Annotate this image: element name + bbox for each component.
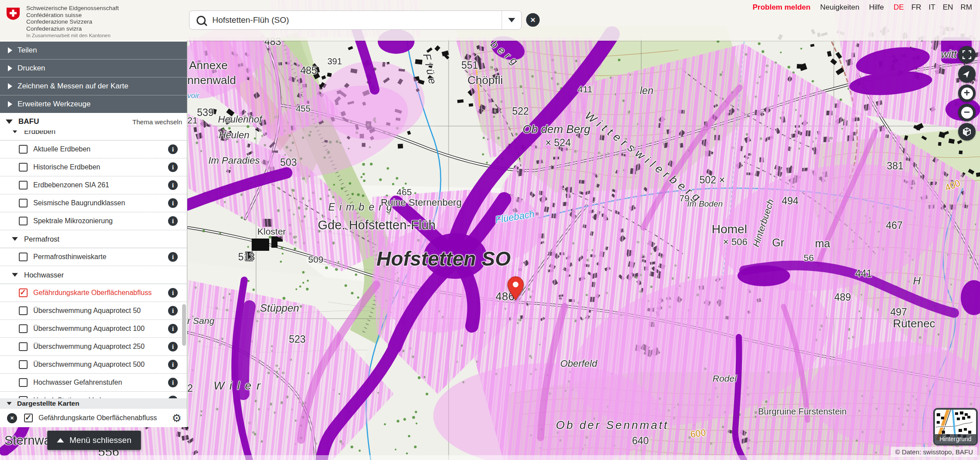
layer-label[interactable]: Seismische Baugrundklassen — [33, 199, 125, 207]
layer-label[interactable]: Gefährdungskarte Oberflächenabfluss — [33, 289, 151, 297]
3d-view-button[interactable] — [958, 123, 976, 140]
layer-label[interactable]: Spektrale Mikrozonierung — [33, 217, 112, 225]
layer-group-label: Erdbeben — [24, 130, 56, 136]
accordion-draw-measure[interactable]: Zeichnen & Messen auf der Karte — [0, 77, 187, 95]
info-icon[interactable] — [168, 198, 178, 208]
gear-icon[interactable] — [172, 413, 182, 424]
displayed-layer-row: Gefährdungskarte Oberflächenabfluss — [0, 409, 187, 427]
layer-checkbox[interactable] — [19, 306, 28, 315]
layer-checkbox[interactable] — [19, 217, 28, 225]
search-dropdown-button[interactable] — [502, 11, 521, 29]
layer-item: Erdbebenzonen SIA 261 — [0, 176, 187, 194]
chevron-up-icon — [57, 438, 64, 442]
layer-label[interactable]: Überschwemmung Aquaprotect 50 — [33, 307, 141, 315]
layer-checkbox[interactable] — [19, 145, 28, 154]
layer-checkbox[interactable] — [19, 360, 28, 369]
layer-checkbox[interactable] — [19, 288, 28, 297]
accordion-print[interactable]: Drucken — [0, 60, 187, 77]
minus-icon — [961, 107, 973, 119]
layer-label[interactable]: Hochwasser Gefahrenstufen — [33, 379, 122, 386]
chevron-down-icon — [12, 130, 18, 133]
chevron-right-icon — [8, 101, 12, 107]
lang-rm[interactable]: RM — [961, 3, 972, 12]
search-input[interactable]: Hofstetten-Flüh (SO) — [212, 15, 502, 25]
chevron-right-icon — [8, 65, 12, 71]
scrollbar-thumb[interactable] — [182, 304, 186, 346]
displayed-maps-header[interactable]: Dargestellte Karten — [0, 398, 187, 409]
info-icon[interactable] — [168, 162, 178, 172]
chevron-down-icon — [12, 237, 18, 241]
map-attribution[interactable]: © Daten: swisstopo, BAFU — [891, 447, 977, 457]
layer-label[interactable]: Überschwemmung Aquaprotect 250 — [33, 343, 144, 351]
close-menu-button[interactable]: Menü schliessen — [47, 431, 141, 450]
info-icon[interactable] — [168, 288, 178, 298]
layer-item: Spektrale Mikrozonierung — [0, 212, 187, 230]
layer-catalog[interactable]: ErdbebenAktuelle ErdbebenHistorische Erd… — [0, 130, 187, 398]
topic-header-bafu[interactable]: BAFU Thema wechseln — [0, 113, 187, 131]
lang-en[interactable]: EN — [943, 3, 953, 12]
chevron-right-icon — [8, 83, 12, 89]
background-switcher[interactable]: Hintergrund — [933, 408, 978, 446]
info-icon[interactable] — [168, 342, 178, 351]
change-topic-link[interactable]: Thema wechseln — [133, 118, 182, 126]
map-controls — [958, 46, 976, 140]
layer-checkbox[interactable] — [19, 181, 28, 190]
layer-checkbox[interactable] — [19, 324, 28, 333]
geolocate-button[interactable] — [958, 65, 976, 83]
info-icon[interactable] — [168, 216, 178, 226]
search-clear-button[interactable] — [526, 13, 540, 27]
info-icon[interactable] — [168, 306, 178, 316]
layer-checkbox[interactable] — [19, 199, 28, 207]
fullscreen-button[interactable] — [958, 46, 976, 63]
layer-checkbox[interactable] — [19, 378, 28, 387]
info-icon[interactable] — [168, 252, 178, 262]
help-link[interactable]: Hilfe — [869, 3, 884, 12]
info-icon[interactable] — [168, 378, 178, 387]
layer-label[interactable]: Aktuelle Erdbeben — [33, 145, 91, 153]
report-problem-link[interactable]: Problem melden — [752, 3, 810, 12]
info-icon[interactable] — [168, 324, 178, 334]
lang-de[interactable]: DE — [894, 3, 904, 12]
layer-item: Hydrol. Stationen Vorhersagen — [0, 392, 187, 398]
chevron-down-icon — [6, 119, 13, 124]
layer-item: Gefährdungskarte Oberflächenabfluss — [0, 284, 187, 302]
layer-group-permafrost[interactable]: Permafrost — [0, 230, 187, 248]
info-icon[interactable] — [168, 360, 178, 369]
layer-group-erdbeben[interactable]: Erdbeben — [0, 130, 187, 140]
header-links: Problem melden Neuigkeiten Hilfe DE FR I… — [752, 3, 972, 12]
layer-group-hochwasser[interactable]: Hochwasser — [0, 266, 187, 284]
search-box[interactable]: Hofstetten-Flüh (SO) — [189, 11, 522, 30]
news-link[interactable]: Neuigkeiten — [820, 3, 860, 12]
swiss-confederation-logo-icon — [6, 7, 20, 21]
layer-item: Überschwemmung Aquaprotect 50 — [0, 302, 187, 320]
layer-label[interactable]: Permafrosthinweiskarte — [33, 253, 106, 261]
accordion-advanced-tools[interactable]: Erweiterte Werkzeuge — [0, 95, 187, 113]
layer-item: Überschwemmung Aquaprotect 250 — [0, 338, 187, 356]
zoom-out-button[interactable] — [958, 104, 976, 121]
displayed-layer-label: Gefährdungskarte Oberflächenabfluss — [39, 414, 157, 422]
accordion-share[interactable]: Teilen — [0, 42, 187, 60]
accordion-label: Erweiterte Werkzeuge — [18, 100, 91, 109]
chevron-down-icon — [12, 273, 18, 277]
language-switcher: DE FR IT EN RM — [894, 3, 972, 12]
lang-it[interactable]: IT — [929, 3, 935, 12]
layer-checkbox[interactable] — [19, 253, 28, 261]
logo-subtitle: In Zusammenarbeit mit den Kantonen — [26, 33, 110, 38]
zoom-in-button[interactable] — [958, 84, 976, 102]
remove-layer-icon[interactable] — [7, 413, 17, 423]
layer-label[interactable]: Überschwemmung Aquaprotect 500 — [33, 361, 144, 369]
topic-label: BAFU — [18, 117, 39, 126]
layer-item: Hochwasser Gefahrenstufen — [0, 374, 187, 392]
sidebar-menu: Teilen Drucken Zeichnen & Messen auf der… — [0, 41, 187, 427]
layer-checkbox[interactable] — [24, 414, 33, 422]
map-marker[interactable] — [506, 276, 526, 301]
layer-item: Historische Erdbeben — [0, 158, 187, 176]
info-icon[interactable] — [168, 144, 178, 154]
layer-checkbox[interactable] — [19, 342, 28, 351]
layer-checkbox[interactable] — [19, 163, 28, 172]
info-icon[interactable] — [168, 180, 178, 190]
lang-fr[interactable]: FR — [911, 3, 921, 12]
layer-label[interactable]: Historische Erdbeben — [33, 163, 100, 171]
layer-label[interactable]: Überschwemmung Aquaprotect 100 — [33, 325, 144, 333]
layer-label[interactable]: Erdbebenzonen SIA 261 — [33, 181, 109, 189]
